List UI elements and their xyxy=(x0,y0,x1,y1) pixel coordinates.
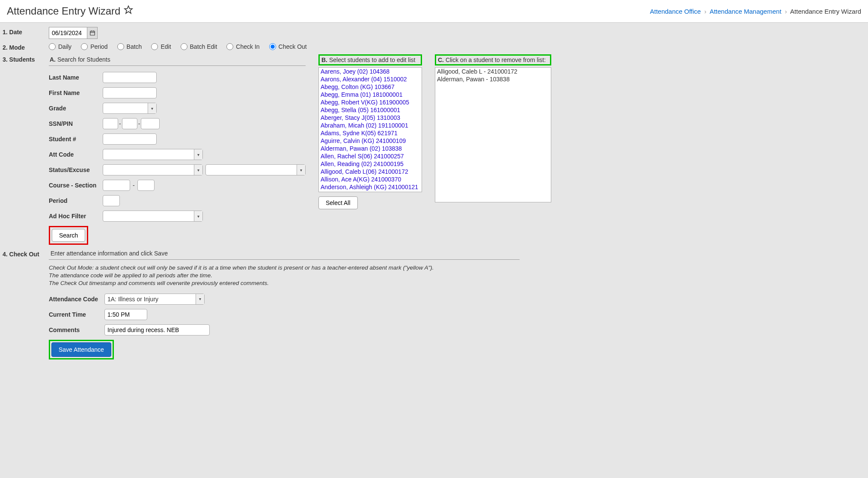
list-item[interactable]: Adams, Sydne K(05) 621971 xyxy=(319,129,422,137)
mode-radio-batchedit[interactable]: Batch Edit xyxy=(181,43,217,50)
date-input[interactable] xyxy=(49,27,87,39)
mode-radio-label: Period xyxy=(90,43,107,50)
checkout-instruction: Enter attendance information and click S… xyxy=(49,249,520,260)
mode-radio-edit[interactable]: Edit xyxy=(151,43,171,50)
list-item[interactable]: Aarens, Joey (02) 104368 xyxy=(319,68,422,75)
mode-radio-label: Check Out xyxy=(279,43,307,50)
list-item[interactable]: Allison, Ace A(KG) 241000370 xyxy=(319,175,422,183)
section-a-header: A. Search for Students xyxy=(49,54,306,66)
select-all-button[interactable]: Select All xyxy=(318,196,358,209)
ssn-label: SSN/PIN xyxy=(49,120,103,127)
chevron-down-icon: ▾ xyxy=(194,211,202,221)
breadcrumb-current: Attendance Entry Wizard xyxy=(790,8,861,15)
list-item[interactable]: Alderman, Pawan (02) 103838 xyxy=(319,145,422,152)
current-time-input[interactable] xyxy=(104,309,147,320)
first-name-label: First Name xyxy=(49,89,103,96)
ssn-input-2[interactable] xyxy=(122,118,137,129)
chevron-down-icon: ▾ xyxy=(297,165,305,175)
last-name-input[interactable] xyxy=(103,72,157,83)
mode-radio-label: Batch Edit xyxy=(190,43,217,50)
excuse-select[interactable]: ▾ xyxy=(205,164,306,175)
first-name-input[interactable] xyxy=(103,87,157,98)
section-b-header: B. Select students to add to edit list xyxy=(318,54,422,65)
step-mode-label: 2. Mode xyxy=(3,42,49,51)
att-code-label: Att Code xyxy=(49,151,103,158)
svg-marker-0 xyxy=(125,6,132,13)
student-num-label: Student # xyxy=(49,136,103,143)
list-item[interactable]: Aguirre, Calvin (KG) 241000109 xyxy=(319,137,422,145)
step-students-label: 3. Students xyxy=(3,54,49,63)
breadcrumb-attendance-office[interactable]: Attendance Office xyxy=(650,8,701,15)
section-c-header: C. Click on a student to remove from lis… xyxy=(435,54,551,65)
breadcrumb-sep: › xyxy=(785,8,787,15)
page-title: Attendance Entry Wizard xyxy=(7,5,120,17)
list-item[interactable]: Abegg, Stella (05) 161000001 xyxy=(319,106,422,114)
remove-students-listbox[interactable]: Alligood, Caleb L - 241000172Alderman, P… xyxy=(435,67,551,202)
mode-radio-checkin[interactable]: Check In xyxy=(226,43,259,50)
current-time-label: Current Time xyxy=(49,311,104,318)
chevron-down-icon: ▾ xyxy=(148,103,156,113)
ssn-input-3[interactable] xyxy=(141,118,160,129)
step-date-label: 1. Date xyxy=(3,27,49,36)
chevron-down-icon: ▾ xyxy=(196,294,204,304)
att-code-select[interactable]: ▾ xyxy=(103,149,203,160)
add-students-listbox[interactable]: Aarens, Joey (02) 104368Aarons, Alexande… xyxy=(318,67,422,192)
last-name-label: Last Name xyxy=(49,74,103,81)
grade-select[interactable]: ▾ xyxy=(103,103,157,114)
calendar-icon[interactable] xyxy=(87,27,98,39)
list-item[interactable]: Alligood, Caleb L - 241000172 xyxy=(435,68,551,75)
mode-radio-period[interactable]: Period xyxy=(81,43,107,50)
search-button[interactable]: Search xyxy=(52,229,85,242)
mode-radio-label: Daily xyxy=(58,43,71,50)
list-item[interactable]: Allen, Reading (02) 241000195 xyxy=(319,160,422,168)
status-select[interactable]: ▾ xyxy=(103,164,203,175)
save-highlight-box: Save Attendance xyxy=(49,340,114,359)
mode-radio-batch[interactable]: Batch xyxy=(117,43,142,50)
mode-radio-label: Batch xyxy=(127,43,142,50)
breadcrumb-sep: › xyxy=(705,8,707,15)
list-item[interactable]: Abegg, Colton (KG) 103667 xyxy=(319,83,422,91)
list-item[interactable]: Aarons, Alexander (04) 1510002 xyxy=(319,75,422,83)
section-input[interactable] xyxy=(137,180,155,191)
list-item[interactable]: Anderson, Ashleigh (KG) 241000121 xyxy=(319,183,422,191)
list-item[interactable]: Anderson, Joshua G(05) 622958 xyxy=(319,191,422,192)
list-item[interactable]: Abraham, Micah (02) 191100001 xyxy=(319,122,422,129)
checkout-note: Check Out Mode: a student check out will… xyxy=(49,264,520,288)
mode-radio-label: Check In xyxy=(236,43,259,50)
breadcrumb: Attendance Office › Attendance Managemen… xyxy=(650,8,861,15)
course-section-label: Course - Section xyxy=(49,182,103,189)
status-excuse-label: Status/Excuse xyxy=(49,166,103,173)
student-num-input[interactable] xyxy=(103,134,157,145)
list-item[interactable]: Alligood, Caleb L(06) 241000172 xyxy=(319,168,422,175)
comments-label: Comments xyxy=(49,327,104,333)
chevron-down-icon: ▾ xyxy=(194,165,202,175)
search-highlight-box: Search xyxy=(49,226,88,245)
ad-hoc-select[interactable]: ▾ xyxy=(103,211,203,222)
comments-input[interactable] xyxy=(104,324,210,335)
ad-hoc-label: Ad Hoc Filter xyxy=(49,213,103,220)
save-attendance-button[interactable]: Save Attendance xyxy=(51,342,111,357)
period-input[interactable] xyxy=(103,195,120,206)
ssn-input-1[interactable] xyxy=(103,118,118,129)
period-label: Period xyxy=(49,197,103,204)
favorite-star-icon[interactable] xyxy=(124,5,133,17)
step-checkout-label: 4. Check Out xyxy=(3,249,49,258)
list-item[interactable]: Aberger, Stacy J(05) 1310003 xyxy=(319,114,422,122)
list-item[interactable]: Abegg, Emma (01) 181000001 xyxy=(319,91,422,98)
attendance-code-label: Attendance Code xyxy=(49,296,104,303)
mode-radio-daily[interactable]: Daily xyxy=(49,43,71,50)
attendance-code-select[interactable]: 1A: Illness or Injury ▾ xyxy=(104,294,205,305)
mode-radio-label: Edit xyxy=(161,43,171,50)
breadcrumb-attendance-management[interactable]: Attendance Management xyxy=(710,8,782,15)
list-item[interactable]: Alderman, Pawan - 103838 xyxy=(435,75,551,83)
list-item[interactable]: Abegg, Robert V(KG) 161900005 xyxy=(319,98,422,106)
course-input[interactable] xyxy=(103,180,130,191)
mode-radio-checkout[interactable]: Check Out xyxy=(269,43,307,50)
list-item[interactable]: Allen, Rachel S(06) 241000257 xyxy=(319,152,422,160)
grade-label: Grade xyxy=(49,105,103,112)
svg-rect-1 xyxy=(90,31,95,35)
chevron-down-icon: ▾ xyxy=(194,149,202,160)
